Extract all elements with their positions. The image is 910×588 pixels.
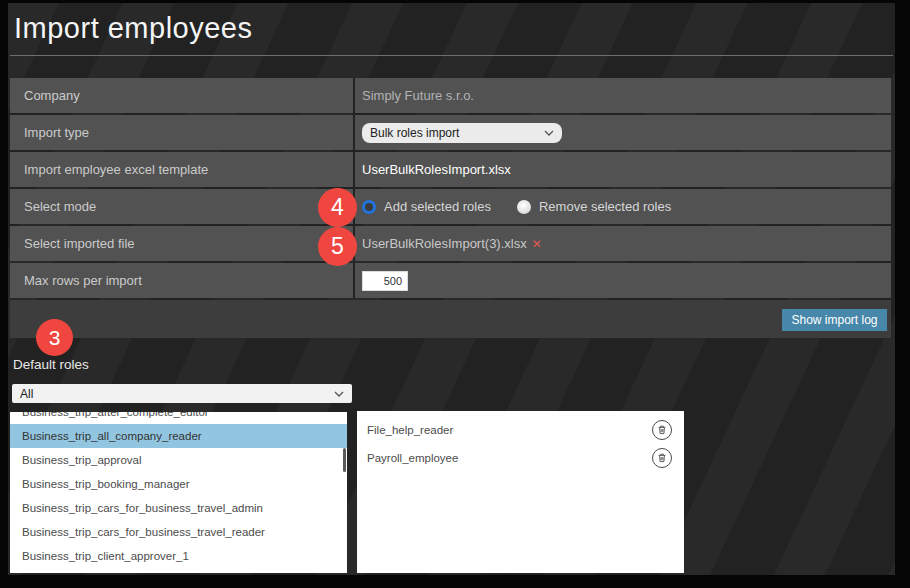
row-select-mode: Select mode Add selected roles Remove se…: [10, 189, 891, 224]
list-item-selected[interactable]: Business_trip_all_company_reader: [10, 424, 347, 448]
list-item[interactable]: Business_trip_client_approver_1: [10, 544, 347, 568]
row-company: Company Simply Future s.r.o.: [10, 78, 891, 113]
imported-file-name: UserBulkRolesImport(3).xlsx: [362, 236, 527, 251]
page-title: Import employees: [14, 12, 253, 45]
max-rows-input[interactable]: [362, 271, 408, 291]
trash-icon: [656, 452, 668, 464]
import-type-select[interactable]: Bulk roles import: [362, 123, 562, 143]
import-type-selected-value: Bulk roles import: [370, 126, 536, 140]
radio-unselected-icon: [517, 200, 531, 214]
list-item[interactable]: Business_trip_cars_for_business_travel_r…: [10, 520, 347, 544]
list-item[interactable]: Business_trip_approval: [10, 448, 347, 472]
import-form: Company Simply Future s.r.o. Import type…: [10, 78, 891, 300]
assigned-role-row: Payroll_employee: [357, 446, 684, 470]
list-item[interactable]: Business_trip_cars_for_business_travel_a…: [10, 496, 347, 520]
list-item[interactable]: Business_trip_after_complete_editor: [10, 412, 347, 424]
assigned-roles-panel: File_help_reader Payroll_employee: [357, 411, 684, 573]
chevron-down-icon: [334, 391, 344, 397]
radio-remove-selected-roles[interactable]: Remove selected roles: [517, 199, 671, 214]
imported-file-label: Select imported file: [10, 226, 355, 261]
remove-file-icon[interactable]: ✕: [532, 237, 542, 251]
select-mode-radio-group: Add selected roles Remove selected roles: [362, 199, 671, 214]
list-item[interactable]: Business_trip_client_approver_2: [10, 568, 347, 573]
roles-list-viewport: Business_trip_after_complete_editor Busi…: [10, 412, 347, 573]
template-download-link[interactable]: UserBulkRolesImport.xlsx: [362, 162, 511, 177]
show-import-log-button[interactable]: Show import log: [782, 309, 887, 331]
default-roles-heading: Default roles: [13, 357, 89, 372]
import-employees-screen: Import employees Company Simply Future s…: [0, 0, 910, 588]
annotation-badge-4: 4: [318, 188, 357, 227]
trash-icon: [656, 424, 668, 436]
assigned-role-name: Payroll_employee: [367, 452, 652, 464]
row-import-type: Import type Bulk roles import: [10, 115, 891, 150]
select-mode-label: Select mode: [10, 189, 355, 224]
radio-selected-icon: [362, 200, 376, 214]
company-value: Simply Future s.r.o.: [362, 88, 474, 103]
delete-role-button[interactable]: [652, 420, 672, 440]
company-label: Company: [10, 78, 355, 113]
annotation-badge-3: 3: [36, 319, 73, 356]
title-divider: [10, 55, 893, 56]
assigned-role-name: File_help_reader: [367, 424, 652, 436]
template-label: Import employee excel template: [10, 152, 355, 187]
form-footer: Show import log: [10, 300, 891, 338]
list-item[interactable]: Business_trip_booking_manager: [10, 472, 347, 496]
radio-add-selected-roles[interactable]: Add selected roles: [362, 199, 491, 214]
list-scrollbar-thumb[interactable]: [343, 448, 346, 472]
roles-filter-select[interactable]: All: [12, 384, 352, 403]
max-rows-label: Max rows per import: [10, 263, 355, 298]
row-imported-file: Select imported file UserBulkRolesImport…: [10, 226, 891, 261]
roles-filter-selected-value: All: [20, 387, 326, 401]
import-type-label: Import type: [10, 115, 355, 150]
row-template: Import employee excel template UserBulkR…: [10, 152, 891, 187]
chevron-down-icon: [544, 130, 554, 136]
available-roles-list[interactable]: Business_trip_after_complete_editor Busi…: [10, 412, 347, 573]
delete-role-button[interactable]: [652, 448, 672, 468]
row-max-rows: Max rows per import: [10, 263, 891, 298]
annotation-badge-5: 5: [318, 227, 357, 266]
assigned-role-row: File_help_reader: [357, 418, 684, 442]
